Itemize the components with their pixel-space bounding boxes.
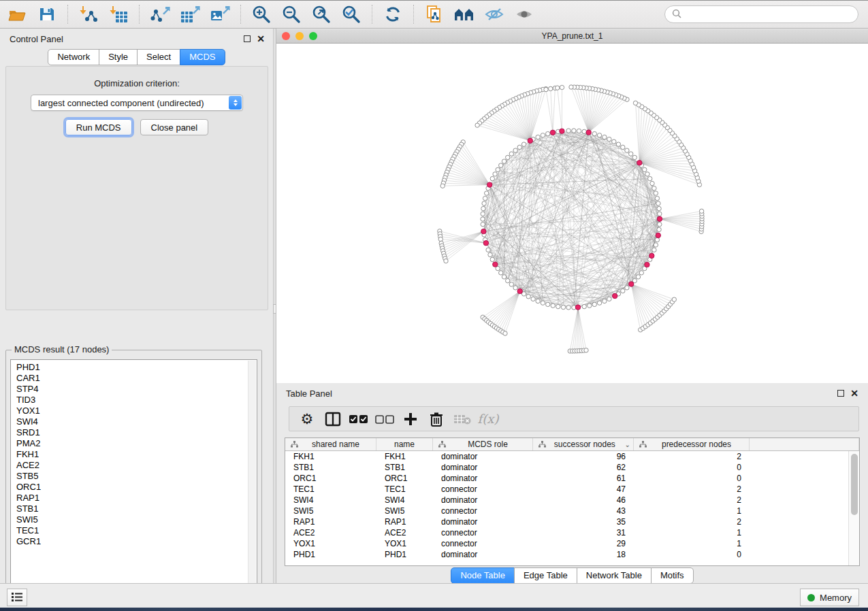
result-node[interactable]: ACE2 [11,460,257,471]
zoom-selected-icon[interactable] [340,3,363,25]
cell-name[interactable]: ORC1 [376,473,433,484]
cell-name[interactable]: PHD1 [376,549,433,560]
result-node[interactable]: TEC1 [11,525,257,536]
cell-successor-nodes[interactable]: 43 [533,506,634,516]
result-node[interactable]: SRD1 [11,427,257,438]
cell-successor-nodes[interactable]: 18 [533,549,634,560]
cell-MCDS-role[interactable]: connector [433,506,533,516]
result-node[interactable]: GCR1 [11,536,257,547]
result-list-scrollbar[interactable] [248,361,256,594]
table-scrollbar[interactable] [848,451,859,565]
cell-shared-name[interactable]: YOX1 [285,538,376,549]
refresh-layout-icon[interactable] [381,3,404,25]
result-node[interactable]: PHD1 [11,362,257,373]
network-graph[interactable] [276,44,868,383]
cell-MCDS-role[interactable]: dominator [433,462,533,473]
window-close-icon[interactable] [282,32,290,40]
cell-name[interactable]: ACE2 [376,527,433,538]
cell-predecessor-nodes[interactable]: 2 [634,484,750,495]
table-row[interactable]: RAP1RAP1dominator352 [285,516,848,527]
cell-shared-name[interactable]: ACE2 [285,527,376,538]
column-header-name[interactable]: name [376,438,433,450]
cell-successor-nodes[interactable]: 47 [533,484,634,495]
clone-network-icon[interactable] [423,3,446,25]
result-node[interactable]: TID3 [11,395,257,406]
table-row[interactable]: ORC1ORC1dominator610 [285,473,848,484]
cell-name[interactable]: YOX1 [376,538,433,549]
cell-successor-nodes[interactable]: 29 [533,538,634,549]
cell-name[interactable]: TEC1 [376,484,433,495]
import-network-icon[interactable] [77,3,100,25]
result-node[interactable]: SWI5 [11,514,257,525]
result-node[interactable]: STB1 [11,503,257,514]
table-row[interactable]: TEC1TEC1connector472 [285,484,848,495]
result-node[interactable]: PMA2 [11,438,257,449]
criterion-select[interactable]: largest connected component (undirected) [31,95,243,111]
close-panel-icon[interactable]: ✕ [257,35,265,42]
import-table-icon[interactable] [107,3,130,25]
search-box[interactable] [664,5,858,23]
cell-successor-nodes[interactable]: 35 [533,516,634,527]
column-header-successor-nodes[interactable]: successor nodes⌄ [533,438,634,450]
network-window-titlebar[interactable]: YPA_prune.txt_1 [276,29,868,44]
hide-selected-icon[interactable] [483,3,506,25]
cell-shared-name[interactable]: SWI4 [285,495,376,506]
deselect-all-icon[interactable] [375,410,394,429]
columns-icon[interactable] [323,410,342,429]
cell-shared-name[interactable]: TEC1 [285,484,376,495]
close-table-panel-icon[interactable]: ✕ [850,390,858,397]
cell-predecessor-nodes[interactable]: 2 [634,495,750,506]
task-history-button[interactable] [7,589,27,606]
show-all-icon[interactable] [513,3,536,25]
result-node[interactable]: YOX1 [11,406,257,416]
cell-MCDS-role[interactable]: connector [433,538,533,549]
select-all-icon[interactable] [349,410,368,429]
table-row[interactable]: SWI5SWI5connector431 [285,506,848,516]
cell-successor-nodes[interactable]: 62 [533,462,634,473]
settings-icon[interactable]: ⚙ [298,410,317,429]
save-session-icon[interactable] [35,3,59,25]
cell-predecessor-nodes[interactable]: 0 [634,462,750,473]
cell-MCDS-role[interactable]: connector [433,484,533,495]
cell-predecessor-nodes[interactable]: 2 [634,451,750,462]
tab-node-table[interactable]: Node Table [451,567,515,584]
cell-predecessor-nodes[interactable]: 2 [634,516,750,527]
float-table-panel-icon[interactable] [837,390,844,397]
cell-MCDS-role[interactable]: dominator [433,516,533,527]
table-row[interactable]: FKH1FKH1dominator962 [285,451,848,462]
tab-motifs[interactable]: Motifs [651,567,694,584]
float-panel-icon[interactable] [244,35,251,42]
cell-predecessor-nodes[interactable]: 1 [634,538,750,549]
table-row[interactable]: YOX1YOX1connector291 [285,538,848,549]
export-image-icon[interactable] [208,3,231,25]
result-node[interactable]: RAP1 [11,493,257,503]
tab-network-table[interactable]: Network Table [577,567,652,584]
result-node[interactable]: STB5 [11,471,257,482]
delete-row-icon[interactable] [427,410,446,429]
cell-successor-nodes[interactable]: 46 [533,495,634,506]
column-header-shared-name[interactable]: shared name [285,438,376,450]
run-mcds-button[interactable]: Run MCDS [65,119,132,135]
tab-network[interactable]: Network [48,49,99,65]
cell-name[interactable]: FKH1 [376,451,433,462]
cell-successor-nodes[interactable]: 31 [533,527,634,538]
tab-style[interactable]: Style [99,49,138,65]
window-zoom-icon[interactable] [309,32,317,40]
table-scrollbar-thumb[interactable] [851,454,858,515]
cell-MCDS-role[interactable]: connector [433,527,533,538]
cell-successor-nodes[interactable]: 96 [533,451,634,462]
cell-predecessor-nodes[interactable]: 1 [634,527,750,538]
result-node[interactable]: FKH1 [11,449,257,460]
mcds-result-list[interactable]: PHD1CAR1STP4TID3YOX1SWI4SRD1PMA2FKH1ACE2… [10,359,257,595]
cell-name[interactable]: SWI5 [376,506,433,516]
table-row[interactable]: STB1STB1dominator620 [285,462,848,473]
add-row-icon[interactable] [401,410,420,429]
network-canvas[interactable] [276,44,868,383]
cell-successor-nodes[interactable]: 61 [533,473,634,484]
cell-shared-name[interactable]: PHD1 [285,549,376,560]
cell-name[interactable]: STB1 [376,462,433,473]
search-input[interactable] [686,10,851,20]
cell-name[interactable]: RAP1 [376,516,433,527]
result-node[interactable]: STP4 [11,384,257,395]
window-minimize-icon[interactable] [295,32,304,40]
